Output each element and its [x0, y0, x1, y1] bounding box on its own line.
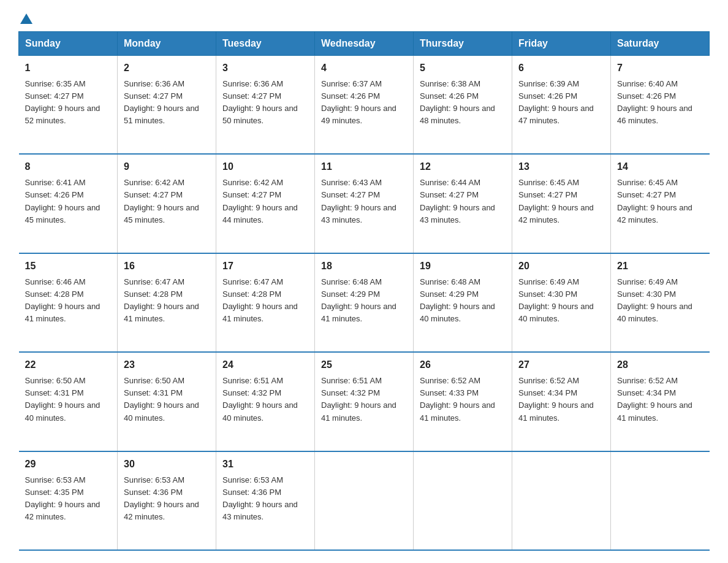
day-number: 13: [518, 159, 604, 174]
day-info: Sunrise: 6:45 AMSunset: 4:27 PMDaylight:…: [617, 178, 692, 224]
day-number: 27: [518, 358, 604, 372]
day-info: Sunrise: 6:52 AMSunset: 4:33 PMDaylight:…: [420, 376, 495, 422]
day-number: 3: [222, 61, 308, 75]
weekday-header-friday: Friday: [512, 32, 611, 56]
day-info: Sunrise: 6:53 AMSunset: 4:36 PMDaylight:…: [222, 475, 298, 521]
day-info: Sunrise: 6:47 AMSunset: 4:28 PMDaylight:…: [222, 277, 298, 323]
day-info: Sunrise: 6:41 AMSunset: 4:26 PMDaylight:…: [25, 178, 100, 224]
day-number: 30: [124, 457, 210, 472]
day-info: Sunrise: 6:46 AMSunset: 4:28 PMDaylight:…: [25, 277, 100, 323]
day-number: 20: [518, 259, 604, 274]
day-number: 4: [321, 61, 407, 75]
calendar-cell: 1 Sunrise: 6:35 AMSunset: 4:27 PMDayligh…: [19, 56, 118, 155]
day-number: 2: [124, 61, 210, 75]
calendar-cell: 16 Sunrise: 6:47 AMSunset: 4:28 PMDaylig…: [118, 253, 216, 352]
day-number: 1: [25, 61, 112, 75]
day-info: Sunrise: 6:49 AMSunset: 4:30 PMDaylight:…: [617, 277, 692, 323]
calendar-cell: 6 Sunrise: 6:39 AMSunset: 4:26 PMDayligh…: [512, 56, 611, 155]
calendar-cell: 28 Sunrise: 6:52 AMSunset: 4:34 PMDaylig…: [611, 352, 710, 451]
calendar-cell: 14 Sunrise: 6:45 AMSunset: 4:27 PMDaylig…: [611, 154, 710, 253]
calendar-cell: 8 Sunrise: 6:41 AMSunset: 4:26 PMDayligh…: [19, 154, 118, 253]
day-number: 10: [222, 159, 308, 174]
day-number: 25: [321, 358, 407, 372]
week-row-2: 8 Sunrise: 6:41 AMSunset: 4:26 PMDayligh…: [19, 154, 710, 253]
day-number: 11: [321, 159, 407, 174]
calendar-cell: 27 Sunrise: 6:52 AMSunset: 4:34 PMDaylig…: [512, 352, 611, 451]
calendar-cell: 15 Sunrise: 6:46 AMSunset: 4:28 PMDaylig…: [19, 253, 118, 352]
day-number: 6: [518, 61, 604, 75]
day-info: Sunrise: 6:52 AMSunset: 4:34 PMDaylight:…: [617, 376, 692, 422]
day-info: Sunrise: 6:36 AMSunset: 4:27 PMDaylight:…: [222, 79, 298, 125]
day-info: Sunrise: 6:43 AMSunset: 4:27 PMDaylight:…: [321, 178, 396, 224]
day-info: Sunrise: 6:52 AMSunset: 4:34 PMDaylight:…: [518, 376, 594, 422]
calendar-cell: [315, 451, 414, 550]
day-number: 29: [25, 457, 112, 472]
day-number: 12: [420, 159, 506, 174]
day-info: Sunrise: 6:35 AMSunset: 4:27 PMDaylight:…: [25, 79, 100, 125]
day-info: Sunrise: 6:48 AMSunset: 4:29 PMDaylight:…: [420, 277, 495, 323]
day-number: 23: [124, 358, 210, 372]
day-number: 5: [420, 61, 506, 75]
calendar-cell: 18 Sunrise: 6:48 AMSunset: 4:29 PMDaylig…: [315, 253, 414, 352]
calendar-cell: 3 Sunrise: 6:36 AMSunset: 4:27 PMDayligh…: [216, 56, 315, 155]
calendar-cell: 10 Sunrise: 6:42 AMSunset: 4:27 PMDaylig…: [216, 154, 315, 253]
day-number: 26: [420, 358, 506, 372]
weekday-header-tuesday: Tuesday: [216, 32, 315, 56]
calendar-cell: 23 Sunrise: 6:50 AMSunset: 4:31 PMDaylig…: [118, 352, 216, 451]
calendar-cell: [512, 451, 611, 550]
day-info: Sunrise: 6:37 AMSunset: 4:26 PMDaylight:…: [321, 79, 396, 125]
day-number: 24: [222, 358, 308, 372]
calendar-cell: 17 Sunrise: 6:47 AMSunset: 4:28 PMDaylig…: [216, 253, 315, 352]
day-info: Sunrise: 6:51 AMSunset: 4:32 PMDaylight:…: [222, 376, 298, 422]
page: SundayMondayTuesdayWednesdayThursdayFrid…: [0, 0, 728, 563]
day-number: 28: [617, 358, 703, 372]
day-number: 14: [617, 159, 703, 174]
weekday-header-monday: Monday: [118, 32, 216, 56]
day-info: Sunrise: 6:50 AMSunset: 4:31 PMDaylight:…: [25, 376, 100, 422]
calendar-cell: 24 Sunrise: 6:51 AMSunset: 4:32 PMDaylig…: [216, 352, 315, 451]
calendar-cell: 11 Sunrise: 6:43 AMSunset: 4:27 PMDaylig…: [315, 154, 414, 253]
day-number: 15: [25, 259, 112, 274]
week-row-1: 1 Sunrise: 6:35 AMSunset: 4:27 PMDayligh…: [19, 56, 710, 155]
day-info: Sunrise: 6:38 AMSunset: 4:26 PMDaylight:…: [420, 79, 495, 125]
calendar-cell: 4 Sunrise: 6:37 AMSunset: 4:26 PMDayligh…: [315, 56, 414, 155]
day-number: 9: [124, 159, 210, 174]
calendar-cell: 19 Sunrise: 6:48 AMSunset: 4:29 PMDaylig…: [414, 253, 512, 352]
day-info: Sunrise: 6:47 AMSunset: 4:28 PMDaylight:…: [124, 277, 199, 323]
day-number: 7: [617, 61, 703, 75]
calendar-body: 1 Sunrise: 6:35 AMSunset: 4:27 PMDayligh…: [19, 56, 710, 551]
day-info: Sunrise: 6:45 AMSunset: 4:27 PMDaylight:…: [518, 178, 594, 224]
day-info: Sunrise: 6:42 AMSunset: 4:27 PMDaylight:…: [124, 178, 199, 224]
calendar-cell: 7 Sunrise: 6:40 AMSunset: 4:26 PMDayligh…: [611, 56, 710, 155]
day-info: Sunrise: 6:53 AMSunset: 4:35 PMDaylight:…: [25, 475, 100, 521]
calendar-cell: [611, 451, 710, 550]
calendar-cell: 22 Sunrise: 6:50 AMSunset: 4:31 PMDaylig…: [19, 352, 118, 451]
weekday-header-thursday: Thursday: [414, 32, 512, 56]
day-number: 22: [25, 358, 112, 372]
day-number: 19: [420, 259, 506, 274]
day-info: Sunrise: 6:51 AMSunset: 4:32 PMDaylight:…: [321, 376, 396, 422]
calendar-cell: 25 Sunrise: 6:51 AMSunset: 4:32 PMDaylig…: [315, 352, 414, 451]
calendar-cell: 13 Sunrise: 6:45 AMSunset: 4:27 PMDaylig…: [512, 154, 611, 253]
day-info: Sunrise: 6:36 AMSunset: 4:27 PMDaylight:…: [124, 79, 199, 125]
day-info: Sunrise: 6:48 AMSunset: 4:29 PMDaylight:…: [321, 277, 396, 323]
calendar-cell: 20 Sunrise: 6:49 AMSunset: 4:30 PMDaylig…: [512, 253, 611, 352]
calendar-table: SundayMondayTuesdayWednesdayThursdayFrid…: [18, 31, 710, 551]
calendar-cell: 12 Sunrise: 6:44 AMSunset: 4:27 PMDaylig…: [414, 154, 512, 253]
day-info: Sunrise: 6:40 AMSunset: 4:26 PMDaylight:…: [617, 79, 692, 125]
day-info: Sunrise: 6:44 AMSunset: 4:27 PMDaylight:…: [420, 178, 495, 224]
logo: [18, 12, 32, 20]
calendar-cell: 2 Sunrise: 6:36 AMSunset: 4:27 PMDayligh…: [118, 56, 216, 155]
header: [18, 12, 710, 20]
day-number: 17: [222, 259, 308, 274]
day-info: Sunrise: 6:49 AMSunset: 4:30 PMDaylight:…: [518, 277, 594, 323]
calendar-cell: [414, 451, 512, 550]
day-info: Sunrise: 6:39 AMSunset: 4:26 PMDaylight:…: [518, 79, 594, 125]
day-number: 31: [222, 457, 308, 472]
day-number: 21: [617, 259, 703, 274]
weekday-header-row: SundayMondayTuesdayWednesdayThursdayFrid…: [19, 32, 710, 56]
weekday-header-wednesday: Wednesday: [315, 32, 414, 56]
calendar-cell: 5 Sunrise: 6:38 AMSunset: 4:26 PMDayligh…: [414, 56, 512, 155]
day-number: 16: [124, 259, 210, 274]
day-info: Sunrise: 6:50 AMSunset: 4:31 PMDaylight:…: [124, 376, 199, 422]
